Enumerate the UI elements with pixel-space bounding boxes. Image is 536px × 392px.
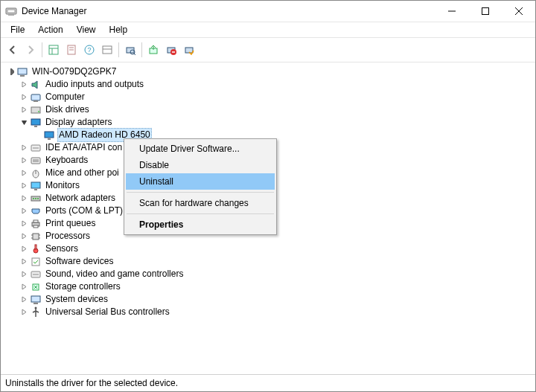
disable-device-button[interactable] <box>181 42 197 58</box>
tree-category[interactable]: Monitors <box>19 179 535 192</box>
device-icon <box>43 129 55 141</box>
expand-icon[interactable] <box>19 307 29 318</box>
tree-category[interactable]: Ports (COM & LPT) <box>19 205 535 217</box>
category-icon <box>30 205 42 217</box>
expand-collapse-icon[interactable] <box>5 67 16 77</box>
svg-rect-50 <box>34 225 38 228</box>
tree-category-label: System devices <box>44 293 109 306</box>
tree-category-label: Processors <box>44 230 92 242</box>
expand-icon[interactable] <box>19 143 29 153</box>
tree-category[interactable]: Storage controllers <box>19 280 535 293</box>
category-icon <box>30 231 42 242</box>
svg-rect-63 <box>34 303 38 304</box>
tree-category-label: Disk drives <box>44 103 91 116</box>
expand-icon[interactable] <box>19 282 29 292</box>
statusbar: Uninstalls the driver for the selected d… <box>1 374 535 391</box>
menu-help[interactable]: Help <box>103 23 135 36</box>
tree-device[interactable]: AMD Radeon HD 6450 <box>32 129 535 141</box>
expand-icon[interactable] <box>19 181 29 191</box>
category-icon <box>30 306 42 318</box>
svg-rect-4 <box>482 8 488 15</box>
expand-icon[interactable] <box>19 92 29 103</box>
expand-icon[interactable] <box>19 105 29 115</box>
minimize-button[interactable] <box>435 1 468 22</box>
context-menu-item[interactable]: Update Driver Software... <box>126 141 275 157</box>
expand-icon[interactable] <box>19 80 29 90</box>
tree-category[interactable]: Mice and other poi <box>19 167 535 179</box>
category-icon <box>30 218 42 230</box>
expand-icon[interactable] <box>19 219 29 229</box>
tree-category[interactable]: Universal Serial Bus controllers <box>19 306 535 318</box>
svg-rect-51 <box>33 234 39 240</box>
context-menu-item[interactable]: Disable <box>126 157 275 173</box>
help-button[interactable]: ? <box>81 42 98 58</box>
tree-category[interactable]: Sensors <box>19 242 535 255</box>
toolbar-separator <box>141 42 142 57</box>
tree-category[interactable]: Processors <box>19 230 535 242</box>
category-icon <box>30 91 42 103</box>
svg-point-47 <box>37 198 39 199</box>
tree-category-label: IDE ATA/ATAPI con <box>44 141 124 154</box>
expand-icon[interactable] <box>19 257 29 267</box>
expand-icon[interactable] <box>19 193 29 204</box>
update-driver-button[interactable] <box>145 42 162 58</box>
svg-rect-2 <box>7 10 15 13</box>
scan-hardware-button[interactable] <box>122 42 138 58</box>
category-icon <box>30 193 42 205</box>
menu-file[interactable]: File <box>4 23 31 36</box>
svg-line-19 <box>134 54 135 55</box>
tree-category[interactable]: Network adapters <box>19 192 535 205</box>
menu-view[interactable]: View <box>70 23 103 36</box>
tree-category[interactable]: Audio inputs and outputs <box>19 78 535 91</box>
expand-icon[interactable] <box>19 231 29 242</box>
context-menu-item[interactable]: Uninstall <box>126 173 275 190</box>
tree-category[interactable]: System devices <box>19 293 535 306</box>
svg-point-46 <box>35 198 36 199</box>
toolbar-separator <box>118 42 119 57</box>
close-button[interactable] <box>502 1 535 22</box>
tree-root[interactable]: WIN-O079DQ2GPK7 <box>5 65 535 78</box>
tree-category-label: Ports (COM & LPT) <box>44 205 124 217</box>
tree-category[interactable]: Keyboards <box>19 154 535 167</box>
svg-rect-33 <box>45 132 54 138</box>
tree-category[interactable]: Display adapters <box>19 116 535 129</box>
titlebar: Device Manager <box>1 1 535 22</box>
tree-category-label: Storage controllers <box>44 280 122 293</box>
back-button[interactable] <box>4 42 21 58</box>
menu-action[interactable]: Action <box>31 23 69 36</box>
device-tree[interactable]: WIN-O079DQ2GPK7 Audio inputs and outputs… <box>1 62 535 374</box>
svg-rect-24 <box>185 48 193 53</box>
tree-category[interactable]: Computer <box>19 91 535 103</box>
tree-category-label: Keyboards <box>44 154 89 167</box>
show-hide-tree-button[interactable] <box>45 42 62 58</box>
tree-category-label: Display adapters <box>44 116 113 129</box>
uninstall-device-button[interactable] <box>163 42 179 58</box>
svg-point-64 <box>35 306 37 309</box>
expand-icon[interactable] <box>19 244 29 254</box>
tree-category-label: Software devices <box>44 255 115 268</box>
tree-category-label: Universal Serial Bus controllers <box>44 306 171 318</box>
tree-category[interactable]: Sound, video and game controllers <box>19 268 535 280</box>
expand-icon[interactable] <box>19 269 29 280</box>
computer-icon <box>16 66 28 78</box>
svg-rect-27 <box>31 94 40 100</box>
collapse-icon[interactable] <box>19 118 29 128</box>
forward-button[interactable] <box>22 42 39 58</box>
expand-icon[interactable] <box>19 168 29 179</box>
toolbar-extra-1[interactable] <box>99 42 115 58</box>
category-icon <box>30 243 42 255</box>
context-menu-item[interactable]: Properties <box>126 216 275 233</box>
svg-text:?: ? <box>87 46 91 54</box>
tree-category[interactable]: Disk drives <box>19 103 535 116</box>
tree-category[interactable]: Software devices <box>19 255 535 268</box>
properties-sheet-button[interactable] <box>63 42 80 58</box>
expand-icon[interactable] <box>19 295 29 305</box>
expand-icon[interactable] <box>19 155 29 166</box>
tree-category[interactable]: Print queues <box>19 217 535 230</box>
maximize-button[interactable] <box>468 1 502 22</box>
category-icon <box>30 269 42 280</box>
tree-category-label: Audio inputs and outputs <box>44 78 145 91</box>
expand-icon[interactable] <box>19 206 29 216</box>
context-menu-item[interactable]: Scan for hardware changes <box>126 195 275 211</box>
tree-category[interactable]: IDE ATA/ATAPI con <box>19 141 535 154</box>
